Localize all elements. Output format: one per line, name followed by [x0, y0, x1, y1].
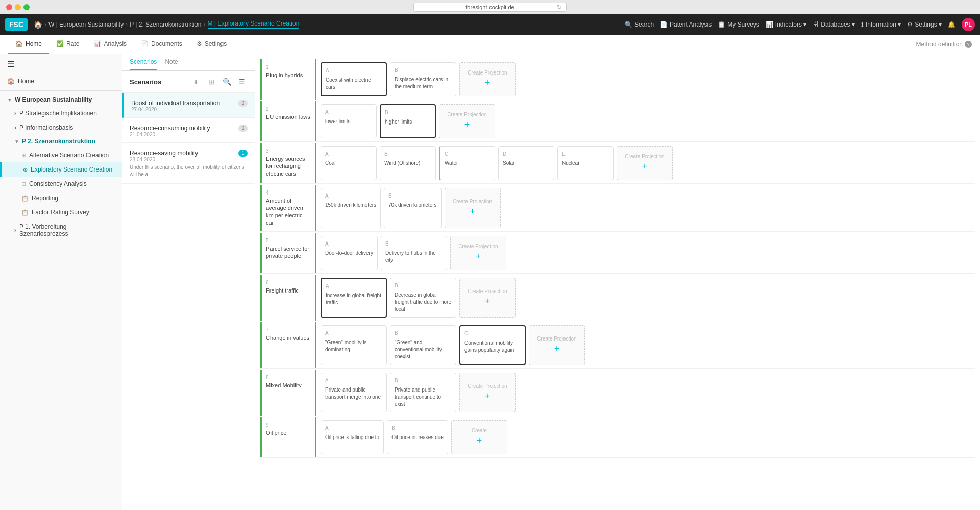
- breadcrumb-project[interactable]: P | 2. Szenarokonstruktion: [130, 21, 201, 28]
- canvas-row-4: 4 Amount of average driven km per electr…: [260, 185, 975, 232]
- cell-4-b[interactable]: B 70k driven kilometers: [384, 188, 441, 228]
- tab-analysis[interactable]: 📊 Analysis: [86, 35, 134, 54]
- cell-1-b[interactable]: B Displace electric cars in the medium t…: [390, 62, 456, 96]
- minimize-dot[interactable]: [15, 4, 21, 10]
- add-projection-5-icon[interactable]: +: [476, 250, 481, 263]
- sidebar-item-reporting[interactable]: 📋 Reporting: [0, 191, 122, 205]
- surveys-icon: 📋: [718, 21, 725, 28]
- cell-8-c-placeholder[interactable]: Create Projection +: [459, 373, 516, 412]
- sidebar-item-alternative-scenario[interactable]: ⊞ Alternative Scenario Creation: [0, 148, 122, 162]
- cell-6-c-placeholder[interactable]: Create Projection +: [459, 278, 516, 318]
- tab-documents[interactable]: 📄 Documents: [134, 35, 189, 54]
- cell-1-a[interactable]: A Coexist with electric cars: [321, 62, 387, 96]
- cell-9-c-placeholder[interactable]: Create +: [451, 420, 507, 454]
- cell-3-d[interactable]: D Solar: [498, 146, 554, 180]
- scenarios-panel-title: Scenarios: [130, 78, 186, 86]
- tab-settings[interactable]: ⚙ Settings: [189, 35, 234, 54]
- breadcrumb-workspace[interactable]: W | European Sustainability: [48, 21, 124, 28]
- close-dot[interactable]: [6, 4, 12, 10]
- notifications-nav-item[interactable]: 🔔: [948, 21, 955, 28]
- cell-5-a[interactable]: A Door-to-door delivery: [321, 236, 378, 270]
- add-projection-2-icon[interactable]: +: [464, 118, 470, 131]
- cell-4-a[interactable]: A 150k driven kilometers: [321, 188, 381, 228]
- tab-rate[interactable]: ✅ Rate: [49, 35, 86, 54]
- sidebar-menu-toggle[interactable]: ☰: [0, 54, 122, 74]
- add-projection-9-icon[interactable]: +: [477, 434, 482, 447]
- sidebar-item-consistency-analysis[interactable]: ⊡ Consistency Analysis: [0, 177, 122, 191]
- cell-6-b[interactable]: B Decrease in global freight traffic due…: [390, 278, 456, 318]
- sidebar-item-factor-rating[interactable]: 📋 Factor Rating Survey: [0, 205, 122, 220]
- nav-right: 🔍 Search 📄 Patent Analysis 📋 My Surveys …: [625, 18, 975, 31]
- cell-2-c-placeholder[interactable]: Create Projection +: [439, 104, 495, 138]
- cell-3-e[interactable]: E Nuclear: [557, 146, 614, 180]
- expand-dot[interactable]: [23, 4, 30, 10]
- cell-8-b[interactable]: B Private and public transport continue …: [390, 373, 456, 412]
- add-projection-7-icon[interactable]: +: [554, 343, 560, 355]
- indicators-nav-item[interactable]: 📊 Indicators ▾: [766, 21, 806, 28]
- search-nav-item[interactable]: 🔍 Search: [625, 21, 654, 28]
- reload-icon[interactable]: ↻: [557, 4, 562, 11]
- cell-9-b[interactable]: B Oil price increases due: [387, 420, 448, 454]
- information-nav-item[interactable]: ℹ Information ▾: [861, 21, 901, 28]
- browser-bar: foresight-cockpit.de ↻: [0, 0, 980, 14]
- settings-nav-item[interactable]: ⚙ Settings ▾: [907, 21, 942, 28]
- cell-6-a[interactable]: A Increase in global freight traffic: [321, 278, 387, 318]
- cell-3-a[interactable]: A Coal: [321, 146, 377, 180]
- factor-rating-icon: 📋: [21, 209, 29, 216]
- breadcrumb-module[interactable]: M | Exploratory Scenario Creation: [208, 20, 300, 29]
- scenario-rs-date: 28.04.2020: [130, 157, 248, 162]
- cell-3-c[interactable]: C Water: [439, 146, 495, 180]
- middle-tab-note[interactable]: Note: [165, 54, 178, 70]
- cell-2-a[interactable]: A lower limits: [321, 104, 377, 138]
- filter-scenarios-button[interactable]: ☰: [236, 76, 248, 87]
- cell-5-b[interactable]: B Delivery to hubs in the city: [381, 236, 447, 270]
- documents-tab-icon: 📄: [141, 40, 149, 47]
- grid-view-button[interactable]: ⊞: [206, 76, 217, 87]
- search-scenarios-button[interactable]: 🔍: [221, 76, 232, 87]
- cell-5-c-placeholder[interactable]: Create Projection +: [450, 236, 506, 270]
- breadcrumb-sep-3: ›: [204, 21, 206, 28]
- middle-tab-scenarios[interactable]: Scenarios: [130, 54, 157, 70]
- sidebar-item-vorbereitung[interactable]: › P 1. Vorbereitung Szenariosprozess: [0, 220, 122, 241]
- cell-9-a[interactable]: A Oil price is falling due to: [321, 420, 384, 454]
- reporting-icon: 📋: [21, 195, 29, 202]
- add-projection-1-icon[interactable]: +: [485, 77, 491, 89]
- cell-3-f-placeholder[interactable]: Create Projection +: [617, 146, 673, 180]
- scenario-item-boost[interactable]: Boost of individual transportation 0 27.…: [122, 93, 255, 118]
- add-projection-4-icon[interactable]: +: [470, 205, 475, 218]
- user-avatar[interactable]: PL: [962, 18, 975, 31]
- my-surveys-nav-item[interactable]: 📋 My Surveys: [718, 21, 760, 28]
- content-tabs: 🏠 Home ✅ Rate 📊 Analysis 📄 Documents ⚙ S…: [0, 35, 980, 54]
- cell-1-c-placeholder[interactable]: Create Projection +: [459, 62, 516, 96]
- sidebar-item-exploratory-scenario[interactable]: ⊛ Exploratory Scenario Creation: [0, 162, 122, 177]
- caret-down-icon-2: ▼: [14, 139, 19, 144]
- databases-nav-item[interactable]: 🗄 Databases ▾: [813, 21, 855, 28]
- cell-8-a[interactable]: A Private and public transport merge int…: [321, 373, 387, 412]
- home-nav-icon[interactable]: 🏠: [34, 20, 42, 29]
- sidebar-item-informationsbasis[interactable]: › P Informationsbasis: [0, 120, 122, 135]
- cell-7-c[interactable]: C Conventional mobility gains popularity…: [459, 325, 526, 365]
- fsc-logo[interactable]: FSC: [5, 18, 28, 31]
- cell-4-c-placeholder[interactable]: Create Projection +: [445, 188, 501, 228]
- add-projection-3-icon[interactable]: +: [642, 160, 648, 173]
- scenario-item-resource-saving[interactable]: Resource-saving mobility 1 28.04.2020 Un…: [122, 143, 255, 184]
- patent-analysis-nav-item[interactable]: 📄 Patent Analysis: [660, 21, 712, 28]
- row-4-cells: A 150k driven kilometers B 70k driven ki…: [316, 185, 975, 231]
- row-9-cells: A Oil price is falling due to B Oil pric…: [316, 417, 975, 457]
- scenario-item-resource-consuming[interactable]: Resource-consuming mobility 0 21.04.2020: [122, 118, 255, 143]
- sidebar-group-european-sustainability[interactable]: ▼ W European Sustainability: [0, 93, 122, 106]
- tab-home[interactable]: 🏠 Home: [8, 35, 49, 54]
- add-scenario-button[interactable]: +: [190, 76, 202, 87]
- cell-3-b[interactable]: B Wind (Offshore): [380, 146, 436, 180]
- cell-7-a[interactable]: A "Green" mobility is dominating: [321, 325, 387, 365]
- sidebar-group-szenarokonstruktion[interactable]: ▼ P 2. Szenarokonstruktion: [0, 135, 122, 148]
- cell-7-b[interactable]: B "Green" and conventional mobility coex…: [390, 325, 456, 365]
- add-projection-6-icon[interactable]: +: [485, 295, 491, 308]
- cell-7-d-placeholder[interactable]: Create Projection +: [529, 325, 585, 365]
- sidebar-item-home[interactable]: 🏠 Home: [0, 74, 122, 88]
- cell-2-b[interactable]: B higher limits: [380, 104, 436, 138]
- method-definition[interactable]: Method definition ?: [916, 41, 972, 48]
- add-projection-8-icon[interactable]: +: [485, 390, 491, 403]
- row-label-8: 8 Mixed Mobility: [260, 370, 316, 416]
- sidebar-item-strategische[interactable]: › P Strategische Implikationen: [0, 106, 122, 120]
